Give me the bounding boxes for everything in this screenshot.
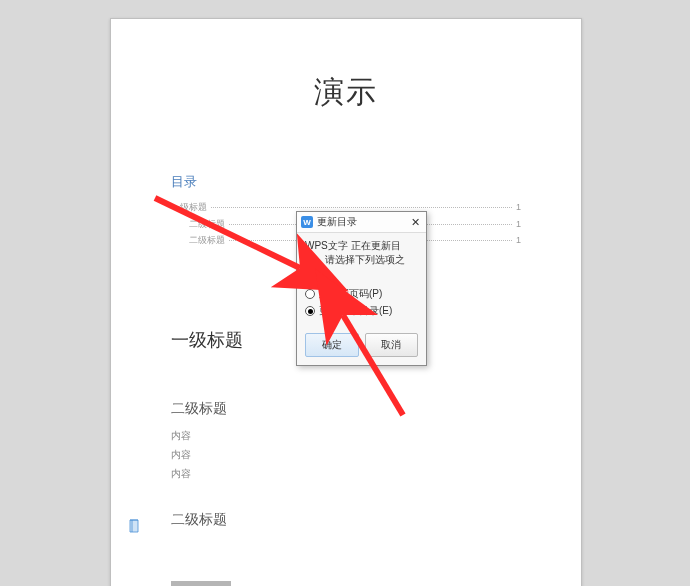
dialog-body: WPS文字 正在更新目录，请选择下列选项之一： 只更新页码(P) 更新整个目录(…	[297, 233, 426, 327]
dialog-title: 更新目录	[317, 215, 408, 229]
paragraph-marker-icon[interactable]	[128, 519, 142, 533]
close-icon[interactable]: ✕	[408, 215, 422, 229]
toc-label: 二级标题	[189, 218, 225, 232]
body-paragraph: 内容	[171, 428, 521, 443]
dialog-message: WPS文字 正在更新目录，请选择下列选项之一：	[305, 239, 418, 281]
body-paragraph: 内容	[171, 447, 521, 462]
heading-3-selected[interactable]: 三级标题	[171, 581, 231, 587]
radio-update-entire-toc[interactable]: 更新整个目录(E)	[305, 304, 418, 318]
cancel-button[interactable]: 取消	[365, 333, 419, 357]
radio-label: 只更新页码(P)	[319, 287, 382, 301]
dialog-button-row: 确定 取消	[297, 327, 426, 365]
ok-button[interactable]: 确定	[305, 333, 359, 357]
toc-label: 一级标题	[171, 201, 207, 215]
heading-2: 二级标题	[171, 511, 521, 529]
app-icon: W	[301, 216, 313, 228]
heading-2: 二级标题	[171, 400, 521, 418]
radio-update-page-numbers[interactable]: 只更新页码(P)	[305, 287, 418, 301]
radio-icon	[305, 289, 315, 299]
document-title: 演示	[171, 72, 521, 113]
toc-page-number: 1	[516, 234, 521, 248]
toc-leader-dots	[211, 207, 512, 208]
body-paragraph: 内容	[171, 466, 521, 481]
update-toc-dialog: W 更新目录 ✕ WPS文字 正在更新目录，请选择下列选项之一： 只更新页码(P…	[296, 211, 427, 366]
toc-page-number: 1	[516, 218, 521, 232]
dialog-titlebar[interactable]: W 更新目录 ✕	[297, 212, 426, 233]
toc-page-number: 1	[516, 201, 521, 215]
radio-label: 更新整个目录(E)	[319, 304, 392, 318]
toc-label: 二级标题	[189, 234, 225, 248]
radio-icon	[305, 306, 315, 316]
toc-heading: 目录	[171, 173, 521, 191]
